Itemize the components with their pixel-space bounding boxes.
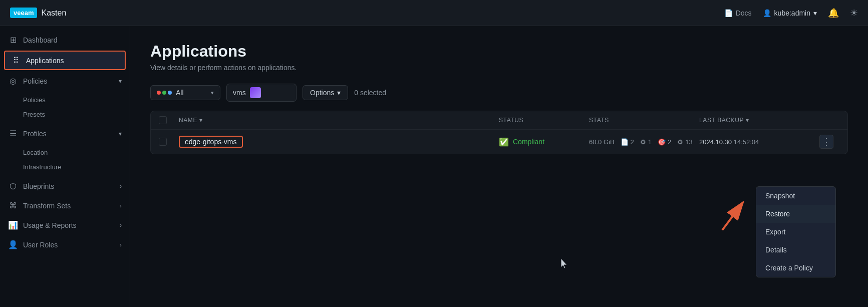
col-last-backup-sort-icon: ▾ <box>746 117 749 124</box>
main-content: Applications View details or perform act… <box>130 26 868 307</box>
col-last-backup-label: LAST BACKUP <box>699 117 744 124</box>
profiles-chevron-icon: ▾ <box>119 130 122 137</box>
sidebar-label-profiles: Profiles <box>23 130 114 138</box>
bell-icon[interactable]: 🔔 <box>828 8 839 19</box>
sidebar-label-usage-reports: Usage & Reports <box>23 221 115 229</box>
col-checkbox <box>159 116 179 124</box>
backup-date: 2024.10.30 <box>699 138 732 146</box>
logo-kasten: Kasten <box>41 9 66 18</box>
sidebar-item-policies-sub[interactable]: Policies <box>0 93 130 107</box>
docs-label: Docs <box>736 9 752 17</box>
logo-veeam: veeam <box>10 8 37 18</box>
stat-restores: ⚙ 13 <box>677 138 692 146</box>
sidebar-item-infrastructure[interactable]: Infrastructure <box>0 160 130 174</box>
dropdown-item-restore[interactable]: Restore <box>756 205 835 223</box>
col-name[interactable]: NAME ▾ <box>179 116 499 124</box>
filter-all-label: All <box>176 89 184 97</box>
sidebar-item-user-roles[interactable]: 👤 User Roles › <box>0 235 130 254</box>
kebab-menu-button[interactable]: ⋮ <box>819 135 833 149</box>
layout: ⊞ Dashboard ⠿ Applications ◎ Policies ▾ … <box>0 26 868 307</box>
sidebar-item-location[interactable]: Location <box>0 145 130 160</box>
options-button[interactable]: Options ▾ <box>303 85 348 100</box>
backup-time: 14:52:04 <box>734 138 759 146</box>
arrow-indicator <box>709 194 759 240</box>
filter-vms-dropdown[interactable]: vms <box>226 84 297 102</box>
transform-sets-chevron-icon: › <box>120 202 122 209</box>
app-name-cell: edge-gitops-vms <box>179 136 499 148</box>
filter-all-dropdown[interactable]: All ▾ <box>150 85 220 100</box>
infrastructure-label: Infrastructure <box>23 163 62 171</box>
user-roles-icon: 👤 <box>8 240 18 249</box>
sidebar-item-blueprints[interactable]: ⬡ Blueprints › <box>0 176 130 196</box>
filter-vms-label: vms <box>233 89 246 97</box>
backup-cell: 2024.10.30 14:52:04 <box>699 138 819 146</box>
docs-link[interactable]: 📄 Docs <box>724 9 752 17</box>
sidebar-label-blueprints: Blueprints <box>23 182 115 190</box>
sidebar-item-policies[interactable]: ◎ Policies ▾ <box>0 71 130 91</box>
usage-reports-chevron-icon: › <box>120 222 122 229</box>
col-stats-label: STATS <box>589 117 609 124</box>
user-label: kube:admin <box>774 9 810 17</box>
sidebar-item-usage-reports[interactable]: 📊 Usage & Reports › <box>0 215 130 235</box>
presets-label: Presets <box>23 111 45 118</box>
docs-icon: 📄 <box>724 9 733 17</box>
user-roles-chevron-icon: › <box>120 241 122 248</box>
stat-pods: ⚙ 1 <box>640 138 652 146</box>
applications-icon: ⠿ <box>11 56 21 65</box>
status-cell: ✅ Compliant <box>499 137 589 147</box>
context-menu: Snapshot Restore Export Details Create a… <box>756 186 836 277</box>
sidebar-item-transform-sets[interactable]: ⌘ Transform Sets › <box>0 196 130 215</box>
col-name-sort-icon: ▾ <box>199 117 203 124</box>
status-text: Compliant <box>513 138 544 146</box>
applications-table: NAME ▾ STATUS STATS LAST BACKUP ▾ <box>150 111 848 154</box>
col-last-backup[interactable]: LAST BACKUP ▾ <box>699 116 819 124</box>
col-name-label: NAME <box>179 117 197 124</box>
settings-icon[interactable]: ☀ <box>850 8 858 19</box>
stat-docs: 📄 2 <box>621 138 634 146</box>
select-all-checkbox[interactable] <box>159 116 167 124</box>
profiles-submenu: Location Infrastructure <box>0 143 130 176</box>
stat-size: 60.0 GiB <box>589 138 615 146</box>
options-label: Options <box>310 89 334 97</box>
user-menu[interactable]: 👤 kube:admin ▾ <box>763 9 817 17</box>
app-name[interactable]: edge-gitops-vms <box>179 136 243 148</box>
sidebar-item-applications[interactable]: ⠿ Applications <box>4 51 126 70</box>
profiles-icon: ☰ <box>8 129 18 138</box>
selected-count: 0 selected <box>354 89 386 97</box>
row-actions-cell: ⋮ <box>819 135 839 149</box>
col-actions <box>819 116 839 124</box>
options-chevron-icon: ▾ <box>337 89 341 97</box>
dropdown-item-snapshot[interactable]: Snapshot <box>756 187 835 205</box>
page-title: Applications <box>150 42 848 61</box>
svg-line-1 <box>716 202 749 230</box>
table-header: NAME ▾ STATUS STATS LAST BACKUP ▾ <box>151 111 847 130</box>
sidebar-item-profiles[interactable]: ☰ Profiles ▾ <box>0 124 130 143</box>
sidebar-item-presets[interactable]: Presets <box>0 107 130 122</box>
compliant-icon: ✅ <box>499 137 509 147</box>
dot-green <box>162 91 166 95</box>
blueprints-chevron-icon: › <box>120 183 122 190</box>
table-row: edge-gitops-vms ✅ Compliant 60.0 GiB 📄 2… <box>151 130 847 154</box>
logo[interactable]: veeam Kasten <box>10 8 66 18</box>
mouse-cursor <box>561 258 567 267</box>
transform-sets-icon: ⌘ <box>8 201 18 210</box>
dropdown-item-create-policy[interactable]: Create a Policy <box>756 259 835 277</box>
restores-icon: ⚙ <box>677 138 683 146</box>
dot-red <box>157 91 161 95</box>
col-status: STATUS <box>499 116 589 124</box>
snapshots-icon: 🎯 <box>658 138 666 146</box>
usage-reports-icon: 📊 <box>8 220 18 230</box>
policies-icon: ◎ <box>8 76 18 86</box>
vms-icon <box>250 87 261 98</box>
row-checkbox[interactable] <box>159 138 167 146</box>
sidebar-label-dashboard: Dashboard <box>23 36 122 44</box>
topnav: veeam Kasten 📄 Docs 👤 kube:admin ▾ 🔔 ☀ <box>0 0 868 26</box>
row-checkbox-cell <box>159 138 179 146</box>
dropdown-item-details[interactable]: Details <box>756 241 835 259</box>
sidebar-item-dashboard[interactable]: ⊞ Dashboard <box>0 30 130 50</box>
location-label: Location <box>23 149 48 156</box>
dashboard-icon: ⊞ <box>8 35 18 45</box>
dropdown-item-export[interactable]: Export <box>756 223 835 241</box>
filter-dots <box>157 91 172 95</box>
pods-icon: ⚙ <box>640 138 646 146</box>
